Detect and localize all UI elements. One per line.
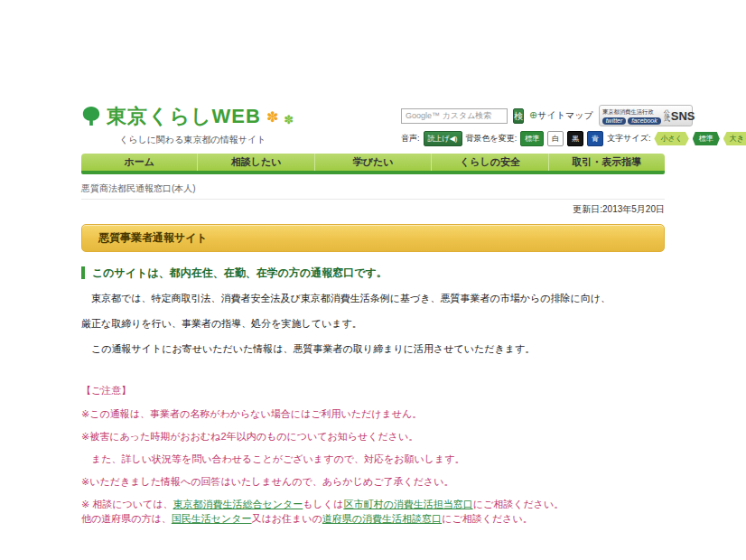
fontsize-small-button[interactable]: 小さく	[654, 132, 688, 145]
nav-item-learn[interactable]: 学びたい	[314, 154, 431, 171]
main-nav: ホーム 相談したい 学びたい くらしの安全 取引・表示指導	[81, 154, 665, 174]
page: 東京くらしWEB ✽ ✽ くらしに関わる東京都の情報サイト 検索 ⊕サイトマップ…	[0, 0, 746, 560]
nav-underline	[81, 171, 665, 174]
nav-item-trade[interactable]: 取引・表示指導	[548, 154, 665, 171]
header-utilities: 検索 ⊕サイトマップ 東京都消費生活行政 twitter facebook	[401, 101, 665, 146]
breadcrumb-row: 悪質商法都民通報窓口(本人)	[81, 179, 665, 200]
sns-box: 東京都消費生活行政 twitter facebook 公式 SNS	[599, 105, 693, 126]
consult-text: にご相談ください。	[442, 513, 533, 524]
sitemap-label: サイトマップ	[537, 110, 592, 120]
nav-item-consult[interactable]: 相談したい	[197, 154, 313, 171]
notice-item: また、詳しい状況等を問い合わせることがございますので、対応をお願いします。	[81, 453, 665, 465]
breadcrumb[interactable]: 悪質商法都民通報窓口(本人)	[81, 183, 196, 193]
nav-item-home[interactable]: ホーム	[81, 154, 197, 171]
consult-text: もしくは	[303, 499, 343, 509]
twitter-badge[interactable]: twitter	[602, 117, 627, 125]
content-container: 東京くらしWEB ✽ ✽ くらしに関わる東京都の情報サイト 検索 ⊕サイトマップ…	[81, 101, 665, 527]
logo-block[interactable]: 東京くらしWEB ✽ ✽ くらしに関わる東京都の情報サイト	[81, 101, 294, 146]
consult-text: ※ 相談については、	[81, 499, 173, 509]
bg-black-button[interactable]: 黒	[567, 131, 583, 146]
site-header: 東京くらしWEB ✽ ✽ くらしに関わる東京都の情報サイト 検索 ⊕サイトマップ…	[81, 101, 665, 148]
link-municipal-consumer-desk[interactable]: 区市町村の消費生活担当窓口	[343, 499, 472, 509]
site-tagline: くらしに関わる東京都の情報サイト	[119, 134, 294, 146]
fontsize-label: 文字サイズ:	[607, 133, 650, 145]
voice-label: 音声:	[401, 133, 420, 145]
sns-label: SNS	[671, 109, 695, 123]
notice-item: ※いただきました情報への回答はいたしませんので、あらかじめご了承ください。	[81, 475, 665, 488]
notice-item: ※この通報は、事業者の名称がわからない場合にはご利用いただけません。	[81, 407, 665, 420]
read-aloud-button[interactable]: 読上げ◀)	[424, 131, 462, 146]
accessibility-bar: 音声: 読上げ◀) 背景色を変更: 標準 白 黒 青 文字サイズ: 小さく 標準…	[401, 131, 665, 146]
search-input[interactable]	[401, 108, 508, 124]
page-banner: 悪質事業者通報サイト	[81, 224, 665, 252]
bgcolor-label: 背景色を変更:	[466, 133, 518, 145]
fontsize-large-button[interactable]: 大きく	[723, 132, 746, 145]
site-title: 東京くらしWEB	[107, 103, 261, 130]
body-paragraph: 厳正な取締りを行い、事業者の指導、処分を実施しています。	[81, 317, 665, 330]
facebook-badge[interactable]: facebook	[628, 117, 660, 125]
consult-text: 他の道府県の方は、	[81, 513, 172, 524]
update-date: 更新日:2013年5月20日	[81, 203, 665, 216]
flower-green-icon: ✽	[284, 113, 294, 126]
notice-item: ※被害にあった時期がおおむね2年以内のものについてお知らせください。	[81, 430, 665, 443]
tree-icon	[81, 106, 101, 127]
fontsize-standard-button[interactable]: 標準	[693, 132, 720, 145]
page-title: 悪質事業者通報サイト	[98, 230, 208, 246]
search-button[interactable]: 検索	[513, 108, 524, 124]
body-paragraph: この通報サイトにお寄せいただいた情報は、悪質事業者の取り締まりに活用させていただ…	[81, 342, 665, 355]
bg-white-button[interactable]: 白	[547, 131, 564, 146]
bg-blue-button[interactable]: 青	[587, 131, 603, 146]
bg-standard-button[interactable]: 標準	[520, 131, 544, 146]
notice-heading: 【ご注意】	[81, 384, 665, 397]
lead-sentence: このサイトは、都内在住、在勤、在学の方の通報窓口です。	[81, 266, 665, 279]
body-paragraph: 東京都では、特定商取引法、消費者安全法及び東京都消費生活条例に基づき、悪質事業者…	[81, 292, 665, 304]
link-tokyo-consumer-center[interactable]: 東京都消費生活総合センター	[173, 499, 303, 509]
sns-caption: 東京都消費生活行政	[602, 107, 656, 116]
link-prefecture-consumer-desk[interactable]: 道府県の消費生活相談窓口	[322, 513, 442, 524]
consult-note: ※ 相談については、東京都消費生活総合センターもしくは区市町村の消費生活担当窓口…	[81, 498, 665, 527]
sitemap-link[interactable]: ⊕サイトマップ	[529, 109, 593, 122]
link-national-consumer-center[interactable]: 国民生活センター	[172, 513, 252, 524]
nav-item-safety[interactable]: くらしの安全	[431, 154, 547, 171]
consult-text: にご相談ください。	[473, 499, 564, 509]
consult-text: 又はお住まいの	[252, 513, 322, 524]
circle-arrow-icon: ⊕	[529, 109, 537, 120]
official-label: 公式	[664, 109, 671, 123]
flower-orange-icon: ✽	[266, 108, 278, 126]
